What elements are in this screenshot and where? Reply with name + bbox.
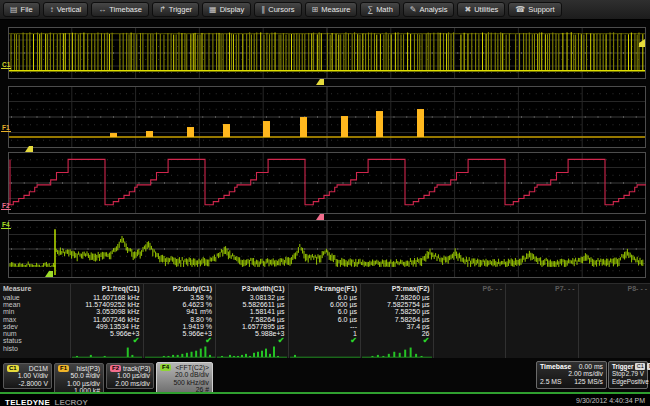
measure-cell-value [506, 294, 578, 301]
channel-descriptor-c1[interactable]: C1DC1M1.00 V/div-2.8000 V [3, 363, 52, 389]
menu-item-display[interactable]: ▦Display [202, 2, 251, 17]
f2-badge: F2 [110, 365, 121, 372]
channel-descriptor-f2[interactable]: F2track(P3)1.00 µs/div2.00 ms/div [106, 363, 154, 389]
f4-peak-marker[interactable] [45, 271, 53, 277]
measure-column-p3: P3:width(C1)3.08132 µs5.5826611 µs1.5814… [215, 284, 288, 358]
menu-item-timebase[interactable]: ↔Timebase [91, 2, 149, 17]
menu-bar: ▤File↕Vertical↔Timebase↱Trigger▦Display∥… [0, 0, 650, 20]
c1-axis-label: C1 [1, 61, 11, 69]
measure-cell-min: 3.053098 kHz [71, 308, 143, 315]
menu-item-measure[interactable]: ⊞Measure [305, 2, 358, 17]
descriptor-row: C1DC1M1.00 V/div-2.8000 VF1hist(P3)50.0 … [0, 358, 650, 392]
measure-column-p5: P5:max(F2)7.58260 µs7.5825754 µs7.58250 … [360, 284, 433, 358]
trigger-slope: Positive [627, 378, 649, 385]
measure-column-p7: P7- - - [505, 284, 578, 358]
menu-item-label: Trigger [169, 5, 192, 14]
measure-status: ✔ [216, 337, 288, 345]
f1-position-marker[interactable] [25, 146, 33, 152]
measure-cell-num: 5.966e+3 [71, 330, 143, 337]
menu-item-label: Math [376, 5, 393, 14]
measure-icon: ⊞ [312, 6, 319, 14]
trigger-type: Edge [612, 378, 627, 385]
panel-f1-waveform[interactable] [8, 86, 646, 148]
measure-col-header[interactable]: P5:max(F2) [361, 284, 433, 294]
measure-row-label-min: min [0, 308, 70, 315]
measure-cell-mean [579, 301, 650, 308]
f2-axis-label: F2 [1, 202, 11, 210]
f4-badge: F4 [160, 364, 171, 371]
measure-cell-mean: 5.5826611 µs [216, 301, 288, 308]
trigger-level-marker[interactable] [639, 39, 645, 47]
measure-col-header[interactable]: P1:freq(C1) [71, 284, 143, 294]
timebase-rate: 125 MS/s [574, 378, 603, 385]
measure-status: ✔ [361, 337, 433, 345]
menu-item-vertical[interactable]: ↕Vertical [43, 2, 89, 17]
measure-row-label-num: num [0, 330, 70, 337]
menu-item-label: Utilities [474, 5, 498, 14]
measure-row-label-value: value [0, 294, 70, 301]
utilities-icon: ✖ [464, 6, 471, 14]
menu-item-file[interactable]: ▤File [3, 2, 40, 17]
file-icon: ▤ [10, 6, 18, 14]
menu-item-cursors[interactable]: ∥Cursors [254, 2, 301, 17]
menu-item-trigger[interactable]: ↱Trigger [152, 2, 199, 17]
menu-item-label: Measure [321, 5, 350, 14]
measure-cell-sdev: 1.9419 % [144, 323, 216, 330]
menu-item-utilities[interactable]: ✖Utilities [457, 2, 505, 17]
measure-col-header[interactable]: P7- - - [506, 284, 578, 294]
trigger-icon: ↱ [159, 6, 166, 14]
measure-status [506, 337, 578, 345]
measure-cell-max [579, 316, 650, 323]
measure-column-p6: P6- - - [433, 284, 506, 358]
menu-item-analysis[interactable]: ✎Analysis [403, 2, 455, 17]
f4-axis-label: F4 [1, 221, 11, 229]
analysis-icon: ✎ [410, 6, 417, 14]
menu-item-label: Support [528, 5, 554, 14]
measure-cell-min [506, 308, 578, 315]
descriptor-title-row: C1DC1M [7, 365, 48, 372]
measure-col-header[interactable]: P4:range(F1) [289, 284, 361, 294]
timebase-icon: ↔ [98, 6, 106, 14]
channel-descriptor-f4[interactable]: F4<FFT(C2)>20.0 dB/div500 kHz/div26 # [156, 362, 213, 395]
measure-col-header[interactable]: P6- - - [434, 284, 506, 294]
menu-item-label: Cursors [268, 5, 294, 14]
measure-cell-value: 3.08132 µs [216, 294, 288, 301]
menu-item-support[interactable]: ☎Support [508, 2, 561, 17]
measure-cell-sdev [434, 323, 506, 330]
trigger-position-marker[interactable] [316, 79, 324, 85]
measure-status: ✔ [289, 337, 361, 345]
measure-col-header[interactable]: P3:width(C1) [216, 284, 288, 294]
menu-item-label: Display [220, 5, 245, 14]
trigger-mode: Stop [612, 370, 625, 377]
measure-cell-num: 5.988e+3 [216, 330, 288, 337]
panel-f2-waveform[interactable] [8, 152, 646, 214]
timebase-descriptor[interactable]: Timebase 0.00 ms 2.00 ms/div 2.5 MS 125 … [536, 361, 607, 389]
measure-status [434, 337, 506, 345]
measure-cell-value [434, 294, 506, 301]
descriptor-value-row: -2.8000 V [7, 380, 48, 387]
measure-column-p4: P4:range(F1)6.0 µs6.000 µs6.0 µs6.0 µs--… [288, 284, 361, 358]
timebase-offset: 0.00 ms [579, 363, 603, 370]
menu-item-math[interactable]: ∑Math [360, 2, 399, 17]
descriptor-title-row: F4<FFT(C2)> [160, 364, 209, 371]
measure-status: ✔ [144, 337, 216, 345]
measure-cell-mean: 6.000 µs [289, 301, 361, 308]
measure-col-header[interactable]: P8- - - [579, 284, 650, 294]
trigger-descriptor[interactable]: Trigger C1 DC Stop 2.79 V Edge Positive [608, 361, 648, 389]
panel-f4-waveform[interactable] [8, 220, 646, 278]
measure-cell-num: 1 [289, 330, 361, 337]
measure-histogram [579, 345, 650, 358]
menu-item-label: Vertical [57, 5, 82, 14]
f1-badge: F1 [58, 365, 69, 372]
f1-axis-label: F1 [1, 124, 11, 132]
descriptor-title: DC1M [29, 365, 48, 372]
descriptor-title: track(P3) [123, 365, 151, 372]
descriptor-title-row: F2track(P3) [110, 365, 150, 372]
measure-cell-max: 8.80 % [144, 316, 216, 323]
measure-col-header[interactable]: P2:duty(C1) [144, 284, 216, 294]
oscilloscope-screen: ▤File↕Vertical↔Timebase↱Trigger▦Display∥… [0, 0, 650, 406]
timebase-samples: 2.5 MS [540, 378, 562, 385]
f2-position-marker[interactable] [316, 214, 324, 220]
panel-c1-waveform[interactable] [8, 27, 646, 79]
measure-histogram [434, 345, 506, 358]
